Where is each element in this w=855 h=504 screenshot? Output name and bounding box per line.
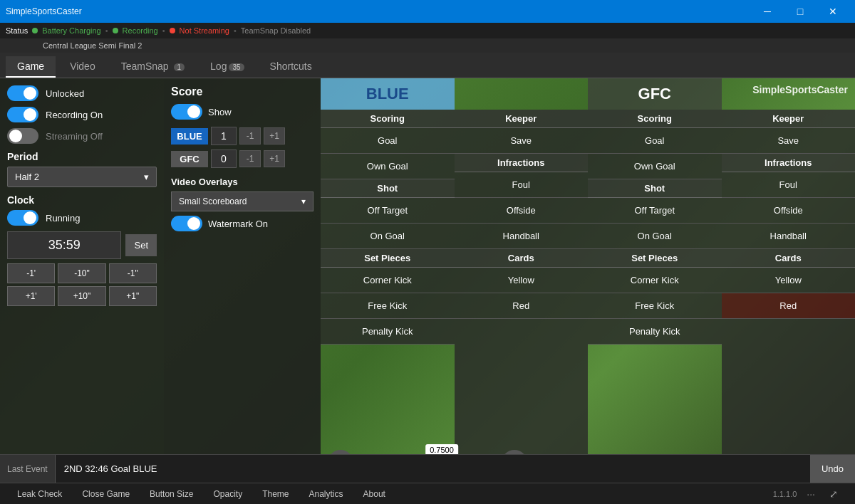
blue-cards-spacer [455, 319, 589, 454]
gfc-score-minus[interactable]: -1 [239, 150, 261, 167]
about-button[interactable]: About [353, 483, 395, 504]
blue-keeper-column: Keeper Save Infractions Foul Offside Han… [455, 78, 589, 454]
tab-shortcuts[interactable]: Shortcuts [259, 56, 323, 78]
show-toggle[interactable] [171, 104, 202, 120]
blue-own-goal-button[interactable]: Own Goal [321, 154, 455, 179]
clock-minus-1sec[interactable]: -1" [109, 263, 157, 283]
gfc-offside-button[interactable]: Offside [722, 198, 856, 224]
watermark-toggle[interactable] [171, 216, 202, 231]
clock-running-label: Running [46, 213, 80, 224]
blue-penalty-kick-button[interactable]: Penalty Kick [321, 319, 455, 345]
status-label: Status [6, 26, 28, 35]
blue-red-card-button[interactable]: Red [455, 293, 589, 319]
blue-off-target-button[interactable]: Off Target [321, 198, 455, 224]
recording-toggle-row: Recording On [7, 107, 157, 122]
minimize-button[interactable]: ─ [751, 0, 784, 23]
bottom-bar: Last Event 2ND 32:46 Goal BLUE Undo [0, 454, 855, 483]
status-recording: Recording [123, 26, 158, 35]
gfc-free-kick-button[interactable]: Free Kick [588, 293, 722, 319]
status-streaming: Not Streaming [180, 26, 229, 35]
blue-yellow-card-button[interactable]: Yellow [455, 268, 589, 293]
blue-on-goal-button[interactable]: On Goal [321, 224, 455, 249]
gfc-red-card-button[interactable]: Red [722, 293, 856, 319]
expand-button[interactable]: ⤢ [819, 483, 848, 504]
app-body: SimpleSportsCaster Unlocked Recording On [0, 78, 855, 504]
more-icon[interactable]: ··· [802, 488, 819, 500]
clock-plus-1min[interactable]: +1' [7, 286, 55, 306]
theme-button[interactable]: Theme [252, 483, 299, 504]
blue-offside-button[interactable]: Offside [455, 198, 589, 224]
blue-goal-button[interactable]: Goal [321, 128, 455, 154]
blue-team-name: BLUE [171, 128, 208, 145]
gfc-off-target-button[interactable]: Off Target [588, 198, 722, 224]
status-sep1: • [105, 26, 108, 35]
tab-teamsnap[interactable]: TeamSnap 1 [110, 56, 196, 78]
recording-toggle[interactable] [7, 107, 38, 122]
blue-foul-button[interactable]: Foul [455, 172, 589, 198]
title-bar-left: SimpleSportsCaster [6, 6, 82, 16]
title-bar: SimpleSportsCaster ─ □ ✕ [0, 0, 855, 23]
blue-free-kick-button[interactable]: Free Kick [321, 293, 455, 319]
scoreboard-dropdown[interactable]: Small Scoreboard ▾ [171, 191, 314, 211]
clock-set-button[interactable]: Set [125, 234, 157, 256]
gfc-foul-button[interactable]: Foul [722, 172, 856, 198]
maximize-button[interactable]: □ [784, 0, 817, 23]
period-header: Period [7, 151, 157, 162]
clock-plus-10sec[interactable]: +10" [58, 286, 105, 306]
tab-log[interactable]: Log35 [199, 56, 255, 78]
opacity-button[interactable]: Opacity [203, 483, 252, 504]
gfc-score-plus[interactable]: +1 [264, 150, 285, 167]
watermark-toggle-knob [187, 217, 200, 230]
gfc-handball-button[interactable]: Handball [722, 224, 856, 249]
period-select[interactable]: Half 2 ▾ [7, 167, 157, 187]
blue-corner-kick-button[interactable]: Corner Kick [321, 268, 455, 293]
gfc-on-goal-button[interactable]: On Goal [588, 224, 722, 249]
gfc-infractions-header: Infractions [722, 154, 856, 172]
clock-plus-1sec[interactable]: +1" [109, 286, 157, 306]
blue-score-row: BLUE 1 -1 +1 [171, 127, 314, 145]
status-battery: Battery Charging [42, 26, 101, 35]
gfc-scoring-header: Scoring [588, 110, 722, 128]
blue-score-minus[interactable]: -1 [239, 127, 261, 145]
blue-infractions-header: Infractions [455, 154, 589, 172]
tab-game[interactable]: Game [6, 56, 56, 78]
period-value: Half 2 [15, 172, 39, 182]
scoreboard-dropdown-icon: ▾ [301, 196, 306, 206]
blue-cards-header: Cards [455, 249, 589, 268]
button-size-button[interactable]: Button Size [140, 483, 203, 504]
close-game-button[interactable]: Close Game [72, 483, 140, 504]
analytics-button[interactable]: Analytics [299, 483, 353, 504]
clock-toggle-knob [24, 211, 36, 224]
clock-section: Clock Running 35:59 Set -1' -10" -1" [7, 194, 157, 306]
clock-toggle[interactable] [7, 210, 38, 226]
blue-score-plus[interactable]: +1 [264, 127, 285, 145]
leak-check-button[interactable]: Leak Check [7, 483, 72, 504]
footer: Leak Check Close Game Button Size Opacit… [0, 483, 855, 504]
clock-minus-1min[interactable]: -1' [7, 263, 55, 283]
gfc-cards-spacer [722, 319, 856, 454]
status-dot-3 [170, 28, 175, 33]
app-name: SimpleSportsCaster [6, 6, 82, 16]
blue-handball-button[interactable]: Handball [455, 224, 589, 249]
clock-minus-10sec[interactable]: -10" [58, 263, 105, 283]
blue-save-button[interactable]: Save [455, 128, 589, 154]
gfc-goal-button[interactable]: Goal [588, 128, 722, 154]
unlock-label: Unlocked [46, 88, 84, 99]
status-dot-2 [113, 28, 118, 33]
unlock-toggle[interactable] [7, 85, 38, 101]
close-button[interactable]: ✕ [817, 0, 849, 23]
gfc-corner-kick-button[interactable]: Corner Kick [588, 268, 722, 293]
gfc-yellow-card-button[interactable]: Yellow [722, 268, 856, 293]
tab-video[interactable]: Video [58, 56, 107, 78]
gfc-penalty-kick-button[interactable]: Penalty Kick [588, 319, 722, 345]
gfc-keeper-header: Keeper [722, 110, 856, 128]
gfc-save-button[interactable]: Save [722, 128, 856, 154]
gfc-cards-header: Cards [722, 249, 856, 268]
streaming-toggle[interactable] [7, 128, 38, 144]
blue-team-header: BLUE [321, 78, 455, 110]
gfc-own-goal-button[interactable]: Own Goal [588, 154, 722, 179]
show-toggle-knob [187, 105, 200, 118]
score-panel: Score Show BLUE 1 -1 +1 GFC 0 -1 +1 Vi [164, 78, 321, 454]
tab-bar: Game Video TeamSnap 1 Log35 Shortcuts [0, 53, 855, 78]
undo-button[interactable]: Undo [810, 455, 855, 483]
